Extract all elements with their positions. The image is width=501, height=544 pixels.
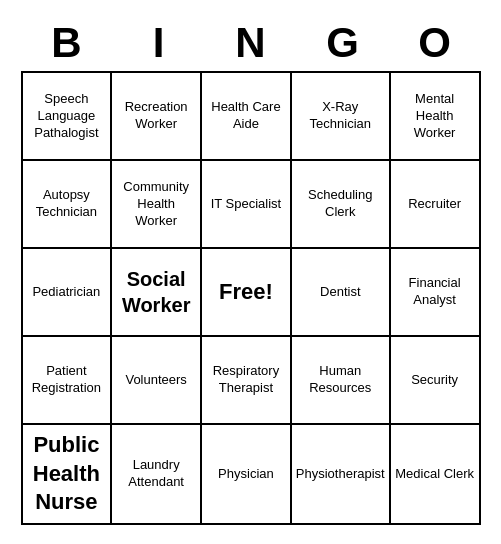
bingo-cell-21[interactable]: Laundry Attendant: [112, 425, 202, 525]
bingo-cell-13[interactable]: Dentist: [292, 249, 391, 337]
header-o: O: [391, 19, 479, 67]
bingo-cell-18[interactable]: Human Resources: [292, 337, 391, 425]
bingo-card: B I N G O Speech Language PathalogistRec…: [11, 9, 491, 535]
header-n: N: [207, 19, 295, 67]
bingo-cell-1[interactable]: Recreation Worker: [112, 73, 202, 161]
header-i: I: [115, 19, 203, 67]
bingo-cell-10[interactable]: Pediatrician: [23, 249, 113, 337]
bingo-cell-7[interactable]: IT Specialist: [202, 161, 292, 249]
bingo-cell-14[interactable]: Financial Analyst: [391, 249, 481, 337]
bingo-cell-12[interactable]: Free!: [202, 249, 292, 337]
header-g: G: [299, 19, 387, 67]
bingo-cell-3[interactable]: X-Ray Technician: [292, 73, 391, 161]
bingo-grid: Speech Language PathalogistRecreation Wo…: [21, 71, 481, 525]
bingo-cell-6[interactable]: Community Health Worker: [112, 161, 202, 249]
bingo-cell-22[interactable]: Physician: [202, 425, 292, 525]
bingo-cell-20[interactable]: Public Health Nurse: [23, 425, 113, 525]
bingo-cell-5[interactable]: Autopsy Technician: [23, 161, 113, 249]
bingo-cell-4[interactable]: Mental Health Worker: [391, 73, 481, 161]
bingo-cell-9[interactable]: Recruiter: [391, 161, 481, 249]
bingo-cell-17[interactable]: Respiratory Therapist: [202, 337, 292, 425]
bingo-cell-8[interactable]: Scheduling Clerk: [292, 161, 391, 249]
bingo-cell-19[interactable]: Security: [391, 337, 481, 425]
bingo-cell-23[interactable]: Physiotherapist: [292, 425, 391, 525]
bingo-cell-11[interactable]: Social Worker: [112, 249, 202, 337]
bingo-cell-0[interactable]: Speech Language Pathalogist: [23, 73, 113, 161]
bingo-cell-24[interactable]: Medical Clerk: [391, 425, 481, 525]
bingo-cell-16[interactable]: Volunteers: [112, 337, 202, 425]
bingo-cell-15[interactable]: Patient Registration: [23, 337, 113, 425]
bingo-cell-2[interactable]: Health Care Aide: [202, 73, 292, 161]
bingo-header: B I N G O: [21, 19, 481, 67]
header-b: B: [23, 19, 111, 67]
